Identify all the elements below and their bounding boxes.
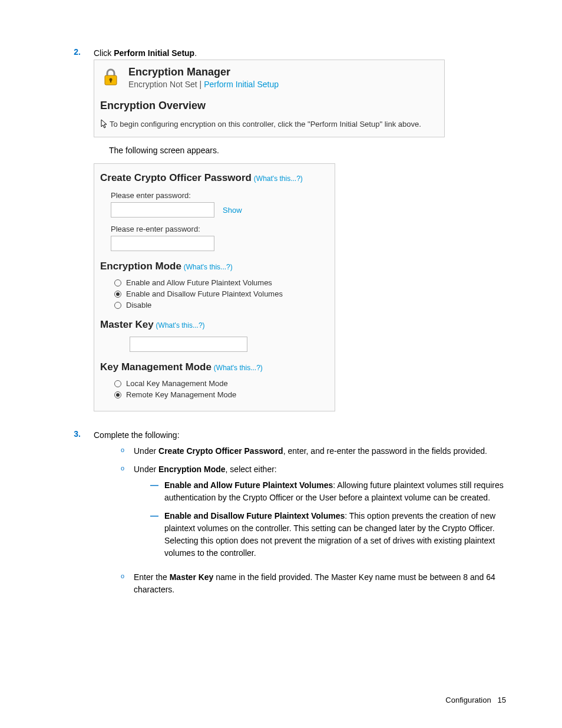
step-text: Complete the following: — [94, 429, 506, 442]
list-item: o Under Create Crypto Officer Password, … — [121, 445, 506, 457]
encryption-mode-radios: Enable and Allow Future Plaintext Volume… — [114, 278, 329, 309]
crypto-password-section: Create Crypto Officer Password (What's t… — [100, 172, 329, 251]
radio-icon — [114, 279, 121, 286]
bold-text: Enable and Disallow Future Plaintext Vol… — [164, 511, 345, 521]
section-heading-row: Master Key (What's this...?) — [100, 319, 329, 331]
radio-label: Remote Key Management Mode — [126, 390, 236, 399]
bold-text: Perform Initial Setup — [114, 48, 194, 58]
whats-this-link[interactable]: (What's this...?) — [184, 263, 233, 271]
text: Enable and Disallow Future Plaintext Vol… — [164, 510, 506, 559]
text: To begin configuring encryption on this … — [110, 120, 421, 129]
text: Under — [134, 446, 158, 456]
section-name: Configuration — [445, 696, 491, 704]
bold-text: Enable and Allow Future Plaintext Volume… — [164, 480, 333, 490]
encryption-mode-section: Encryption Mode (What's this...?) Enable… — [100, 261, 329, 309]
bold-text: Master Key — [170, 572, 214, 582]
page-number: 15 — [498, 696, 506, 704]
bold-text: Encryption Mode — [158, 465, 226, 474]
radio-icon — [114, 291, 121, 298]
key-management-section: Key Management Mode (What's this...?) Lo… — [100, 361, 329, 399]
text: Under Create Crypto Officer Password, en… — [134, 445, 487, 457]
reenter-password-row — [111, 236, 329, 251]
radio-label: Local Key Management Mode — [126, 379, 228, 388]
radio-option-remote[interactable]: Remote Key Management Mode — [114, 390, 329, 399]
text: Enter the Master Key name in the field p… — [134, 571, 506, 596]
text: Under — [134, 465, 158, 474]
heading: Create Crypto Officer Password — [100, 172, 252, 183]
encryption-manager-screenshot: Encryption Manager Encryption Not Set | … — [94, 60, 445, 137]
whats-this-link[interactable]: (What's this...?) — [254, 174, 303, 183]
heading: Encryption Mode — [100, 261, 181, 272]
reenter-password-label: Please re-enter password: — [111, 225, 329, 233]
narration-text: The following screen appears. — [109, 146, 506, 155]
master-key-input[interactable] — [130, 337, 247, 352]
radio-option-local[interactable]: Local Key Management Mode — [114, 379, 329, 388]
step-2: 2. Click Perform Initial Setup. — [56, 47, 506, 60]
list-item: o Under Encryption Mode, select either: … — [121, 463, 506, 565]
bullet-icon: o — [121, 445, 127, 457]
reenter-password-input[interactable] — [111, 236, 214, 251]
sub-list: o Under Create Crypto Officer Password, … — [121, 445, 506, 596]
bullet-icon: o — [121, 571, 127, 596]
list-item: — Enable and Disallow Future Plaintext V… — [150, 510, 506, 559]
key-management-radios: Local Key Management Mode Remote Key Man… — [114, 379, 329, 399]
page-footer: Configuration 15 — [445, 696, 506, 704]
password-row: Show — [111, 202, 329, 218]
text: Click — [94, 48, 114, 58]
bold-text: Create Crypto Officer Password — [158, 446, 283, 456]
lock-icon — [100, 66, 121, 87]
step-text: Click Perform Initial Setup. — [94, 47, 506, 60]
text: Enter the — [134, 572, 170, 582]
text: . — [194, 48, 197, 58]
whats-this-link[interactable]: (What's this...?) — [156, 321, 205, 330]
section-heading-row: Create Crypto Officer Password (What's t… — [100, 172, 329, 184]
bullet-icon: o — [121, 463, 127, 565]
radio-label: Disable — [126, 301, 151, 309]
section-heading-row: Encryption Mode (What's this...?) — [100, 261, 329, 272]
radio-option-disable[interactable]: Disable — [114, 301, 329, 309]
step-3: 3. Complete the following: — [56, 429, 506, 442]
title: Encryption Manager — [128, 66, 279, 78]
overview-text: To begin configuring encryption on this … — [100, 119, 438, 129]
status-text: Encryption Not Set — [128, 80, 197, 89]
section-heading-row: Key Management Mode (What's this...?) — [100, 361, 329, 373]
header-text: Encryption Manager Encryption Not Set | … — [128, 66, 279, 89]
text: , enter, and re-enter the password in th… — [283, 446, 487, 456]
step-number: 3. — [56, 429, 94, 442]
dash-icon: — — [150, 479, 160, 504]
text: Enable and Allow Future Plaintext Volume… — [164, 479, 506, 504]
create-password-screenshot: Create Crypto Officer Password (What's t… — [94, 163, 335, 411]
enter-password-label: Please enter password: — [111, 191, 329, 200]
master-key-section: Master Key (What's this...?) — [100, 319, 329, 352]
dash-icon: — — [150, 510, 160, 559]
heading: Key Management Mode — [100, 361, 211, 373]
radio-option-disallow[interactable]: Enable and Disallow Future Plaintext Vol… — [114, 289, 329, 298]
list-item: o Enter the Master Key name in the field… — [121, 571, 506, 596]
radio-label: Enable and Disallow Future Plaintext Vol… — [126, 289, 283, 298]
perform-initial-setup-link[interactable]: Perform Initial Setup — [204, 80, 279, 89]
radio-icon — [114, 380, 121, 387]
heading: Master Key — [100, 319, 154, 330]
text: Under Encryption Mode, select either: — … — [134, 463, 506, 565]
step-number: 2. — [56, 47, 94, 60]
svg-rect-2 — [110, 80, 111, 83]
radio-label: Enable and Allow Future Plaintext Volume… — [126, 278, 272, 287]
dash-list: — Enable and Allow Future Plaintext Volu… — [150, 479, 506, 559]
list-item: — Enable and Allow Future Plaintext Volu… — [150, 479, 506, 504]
whats-this-link[interactable]: (What's this...?) — [214, 364, 263, 372]
text: , select either: — [226, 465, 277, 474]
overview-heading: Encryption Overview — [100, 100, 438, 112]
radio-icon — [114, 302, 121, 309]
show-password-link[interactable]: Show — [223, 206, 242, 215]
radio-option-allow[interactable]: Enable and Allow Future Plaintext Volume… — [114, 278, 329, 287]
password-input[interactable] — [111, 202, 214, 218]
cursor-icon — [100, 119, 108, 129]
subtitle: Encryption Not Set | Perform Initial Set… — [128, 80, 279, 89]
radio-icon — [114, 391, 121, 398]
header: Encryption Manager Encryption Not Set | … — [100, 66, 438, 89]
separator: | — [197, 80, 204, 89]
